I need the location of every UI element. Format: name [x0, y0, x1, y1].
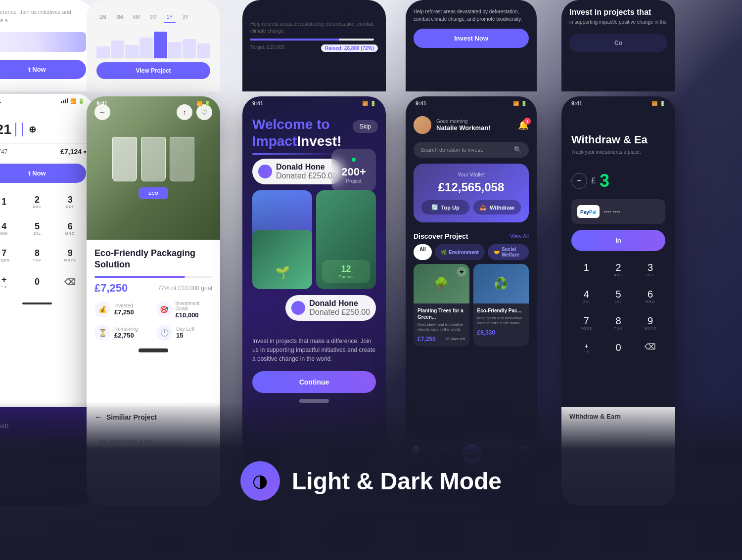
dash-top-desc: Help reforest areas devastated by defore…: [414, 8, 529, 23]
remaining-value: £2,750: [114, 332, 138, 339]
minus-btn[interactable]: −: [571, 173, 587, 189]
wd-key-7[interactable]: 7PQRS: [571, 310, 602, 335]
key-3[interactable]: 3DEF: [54, 189, 86, 215]
notification-badge: 1: [524, 118, 531, 125]
discover-header: Discover Project View All: [406, 228, 537, 244]
key-6[interactable]: 6MNO: [54, 215, 86, 241]
donor-badge-1: Donald Hone Donated £250.00: [252, 159, 343, 184]
username-text: Natalie Workman!: [436, 124, 491, 131]
key-9[interactable]: 9WXYZ: [54, 242, 86, 268]
mode-toggle-icon[interactable]: ◑: [240, 461, 280, 501]
wallet-amount: £12,565,058: [421, 180, 521, 194]
withdraw-subtitle: Track your investments a place.: [571, 149, 665, 155]
causes-label: Causes: [326, 274, 366, 279]
currency-label: GBP: [0, 114, 86, 120]
key-5[interactable]: 5JKL: [21, 215, 53, 241]
wd-key-4[interactable]: 4GHI: [571, 284, 602, 308]
key-plus[interactable]: +* #: [0, 269, 20, 295]
wd-key-9[interactable]: 9WXYZ: [635, 310, 665, 335]
tab-3m[interactable]: 3M: [113, 12, 126, 23]
project-amount-2: £8,330: [477, 329, 496, 336]
wd-key-2[interactable]: 2ABC: [603, 257, 634, 282]
user-avatar: [414, 116, 431, 134]
key-8[interactable]: 8TUV: [21, 242, 53, 268]
key-1[interactable]: 1: [0, 189, 20, 215]
key-2[interactable]: 2ABC: [21, 189, 53, 215]
wd-key-3[interactable]: 3DEF: [635, 257, 665, 282]
key-delete[interactable]: ⌫: [54, 269, 86, 295]
wd-key-8[interactable]: 8TUV: [603, 310, 634, 335]
project-title-1: Planting Trees for a Green...: [417, 307, 465, 320]
discover-title: Discover Project: [414, 232, 468, 240]
tab-1m[interactable]: 1M: [96, 12, 109, 23]
invested-value: £7,250: [114, 308, 134, 316]
days-label: Day Left: [176, 326, 194, 332]
wd-key-plus[interactable]: +* #: [571, 337, 602, 358]
withdraw-top-title: Invest in projects that: [569, 8, 667, 17]
project-desc-1: Most sleek and innovative electric cars …: [417, 322, 465, 333]
eco-time: 9:41: [96, 100, 107, 106]
heart-icon-1[interactable]: ❤: [457, 267, 466, 277]
filter-all[interactable]: All: [414, 244, 432, 260]
keypad-grid: 1 2ABC 3DEF 4GHI 5JKL 6MNO 7PQRS 8TUV 9W…: [0, 189, 86, 295]
project-count: 200+: [339, 166, 368, 178]
screen-top-chart: 1M 3M 6M 9M 1Y 3Y View Project: [87, 0, 220, 91]
project-card-2[interactable]: ♻️ Eco-Friendly Pac... Most sleek and in…: [473, 264, 529, 346]
screen-top-dashboard: Help reforest areas devastated by defore…: [406, 0, 537, 91]
co-btn: Co: [569, 34, 667, 52]
wd-key-1[interactable]: 1: [571, 257, 602, 282]
dashboard-header: Good morning Natalie Workman! 🔔 1: [406, 108, 537, 142]
wallet-actions: 🔄 Top Up 📤 Withdraw: [421, 200, 521, 215]
top-invest-btn[interactable]: t Now: [0, 60, 86, 79]
add-icon[interactable]: ⊕: [29, 124, 36, 135]
withdraw-btn[interactable]: 📤 Withdraw: [473, 200, 521, 215]
key-0[interactable]: 0: [21, 269, 53, 295]
skip-btn[interactable]: Skip: [353, 120, 378, 133]
eco-target: Target: £15,000: [250, 44, 285, 52]
eco-stats: 💰 Invested £7,250 🎯 Investment Goals £10…: [94, 301, 212, 341]
view-all-link[interactable]: View All: [510, 233, 529, 239]
continue-btn[interactable]: Continue: [252, 371, 376, 393]
tab-9m[interactable]: 9M: [147, 12, 160, 23]
filter-environment[interactable]: 🌿 Environment: [435, 244, 485, 260]
eco-logo: ECO: [139, 187, 168, 199]
donor-avatar-2: [291, 301, 305, 315]
wd-key-0[interactable]: 0: [603, 337, 634, 358]
key-7[interactable]: 7PQRS: [0, 242, 20, 268]
project-img-1: 🌳 ❤: [414, 264, 469, 303]
project-card-1[interactable]: 🌳 ❤ Planting Trees for a Green... Most s…: [414, 264, 469, 346]
paypal-logo: PayPal: [577, 205, 600, 218]
invest-withdraw-btn[interactable]: In: [571, 230, 665, 251]
target-icon: 🎯: [156, 302, 172, 317]
key-4[interactable]: 4GHI: [0, 215, 20, 241]
withdraw-icon: 📤: [480, 204, 487, 211]
invest-btn[interactable]: t Now: [0, 164, 86, 183]
chart-area: [96, 29, 210, 58]
paypal-card[interactable]: PayPal •••• ••••: [571, 199, 665, 224]
remaining-label: Remaining: [114, 326, 138, 332]
search-bar[interactable]: Search donation to invest. 🔍: [414, 142, 529, 158]
top-text-1: a difference. Join us initiatives and cr…: [0, 9, 71, 23]
tab-1y[interactable]: 1Y: [164, 12, 176, 23]
card-number: ** 3747: [0, 148, 7, 155]
invest-now-btn[interactable]: Invest Now: [414, 29, 529, 48]
tab-6m[interactable]: 6M: [130, 12, 143, 23]
withdraw-amount-area: − £ 3: [561, 163, 675, 199]
eco-progress-fill: [94, 276, 185, 278]
tab-3y[interactable]: 3Y: [180, 12, 191, 23]
project-count-card: 200+ Project: [331, 149, 376, 192]
wd-key-6[interactable]: 6MNO: [635, 284, 665, 308]
cursor: [15, 123, 16, 136]
eco-stat-invested: 💰 Invested £7,250: [94, 301, 150, 319]
currency-symbol: £: [591, 176, 596, 185]
filter-social[interactable]: 🤝 Social Welfare: [488, 244, 529, 260]
wd-key-5[interactable]: 5JKL: [603, 284, 634, 308]
notification-btn[interactable]: 🔔 1: [518, 120, 529, 130]
user-info: Good morning Natalie Workman!: [414, 116, 491, 134]
eco-raised: Raised: £8,800 (72%): [321, 44, 378, 52]
project-title-2: Eco-Friendly Pac...: [477, 307, 525, 314]
view-project-btn[interactable]: View Project: [96, 62, 210, 79]
eco-progress-bar: [94, 276, 212, 278]
topup-btn[interactable]: 🔄 Top Up: [421, 200, 469, 215]
wd-key-delete[interactable]: ⌫: [635, 337, 665, 358]
